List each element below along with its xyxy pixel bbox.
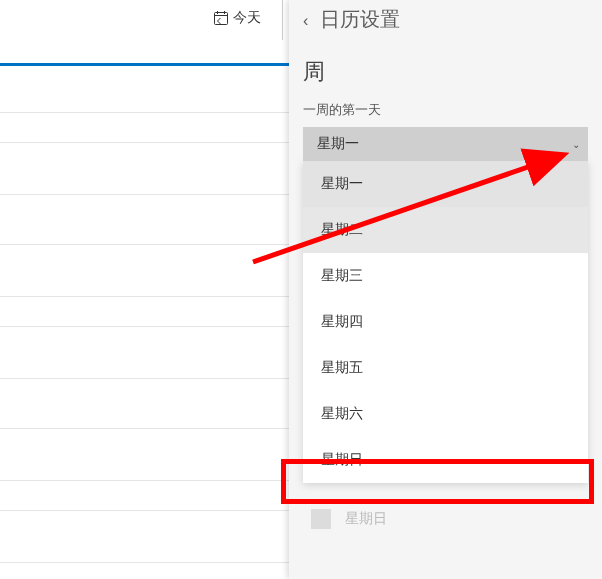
dropdown-item-wednesday[interactable]: 星期三: [303, 253, 588, 299]
today-label: 今天: [233, 9, 261, 27]
section-heading: 周: [303, 57, 588, 87]
dropdown-item-friday[interactable]: 星期五: [303, 345, 588, 391]
dropdown-item-monday[interactable]: 星期一: [303, 161, 588, 207]
dropdown-list: 星期一 星期二 星期三 星期四 星期五 星期六 星期日: [303, 161, 588, 483]
sunday-checkbox[interactable]: [311, 509, 331, 529]
today-button[interactable]: 今天: [205, 3, 269, 33]
calendar-today-icon: [213, 10, 229, 26]
panel-header: ‹ 日历设置: [289, 0, 602, 47]
dropdown-selected-text: 星期一: [317, 135, 359, 151]
first-day-label: 一周的第一天: [303, 101, 588, 119]
dropdown-item-sunday[interactable]: 星期日: [303, 437, 588, 483]
dropdown-item-tuesday[interactable]: 星期二: [303, 207, 588, 253]
dropdown-item-saturday[interactable]: 星期六: [303, 391, 588, 437]
selected-day-indicator: [0, 63, 290, 66]
panel-title: 日历设置: [320, 6, 400, 33]
first-day-dropdown[interactable]: 星期一 ⌄ 星期一 星期二 星期三 星期四 星期五 星期六 星期日: [303, 127, 588, 483]
calendar-area: 今天: [0, 0, 290, 579]
dropdown-item-thursday[interactable]: 星期四: [303, 299, 588, 345]
sunday-checkbox-label: 星期日: [345, 510, 387, 528]
sunday-checkbox-row: 星期日: [303, 493, 588, 545]
dropdown-selected[interactable]: 星期一 ⌄: [303, 127, 588, 161]
calendar-settings-panel: ‹ 日历设置 周 一周的第一天 星期一 ⌄ 星期一 星期二 星期三 星期四 星期…: [289, 0, 602, 579]
week-section: 周 一周的第一天 星期一 ⌄ 星期一 星期二 星期三 星期四 星期五 星期六 星…: [289, 47, 602, 545]
svg-rect-0: [215, 13, 228, 25]
chevron-down-icon: ⌄: [572, 139, 580, 150]
back-chevron-icon[interactable]: ‹: [303, 10, 308, 30]
divider: [282, 0, 283, 40]
